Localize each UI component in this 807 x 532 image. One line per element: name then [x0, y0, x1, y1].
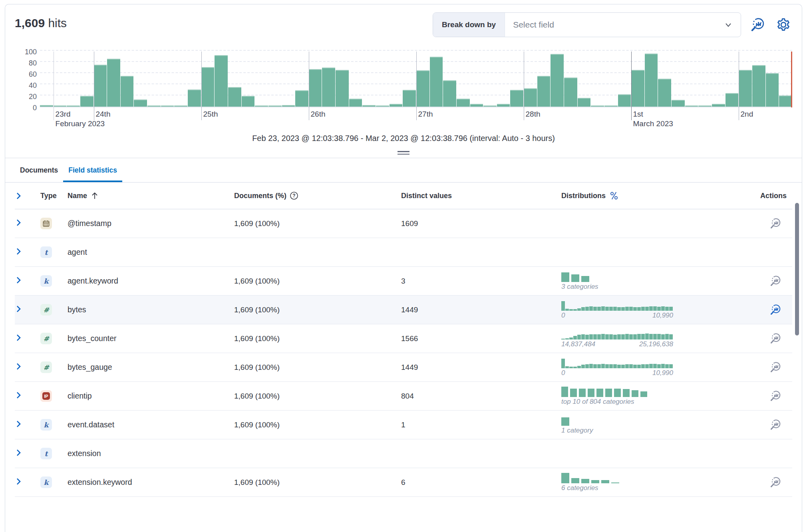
histogram-bar[interactable] [752, 65, 765, 107]
histogram-bar[interactable] [174, 105, 187, 107]
histogram-bar[interactable] [698, 105, 712, 107]
histogram-bar[interactable] [779, 95, 792, 107]
histogram-bar[interactable] [390, 104, 403, 107]
explore-in-lens-button[interactable] [769, 476, 782, 488]
histogram-bar[interactable] [631, 70, 644, 107]
histogram-bar[interactable] [483, 105, 497, 107]
histogram-bar[interactable] [739, 70, 752, 107]
histogram-bar[interactable] [672, 100, 685, 107]
histogram-bar[interactable] [712, 104, 725, 107]
distribution-label: top 10 of 804 categories [561, 398, 647, 406]
hits-histogram[interactable]: 020406080100 [15, 52, 792, 107]
expand-row-chevron-icon[interactable] [15, 391, 22, 399]
field-name: agent.keyword [68, 276, 234, 286]
histogram-bar[interactable] [309, 69, 322, 107]
histogram-bar[interactable] [54, 105, 67, 107]
field-name: clientip [68, 391, 234, 401]
histogram-bar[interactable] [255, 105, 268, 107]
histogram-bar[interactable] [201, 67, 215, 107]
explore-in-lens-button[interactable] [769, 332, 782, 345]
explore-in-lens-button[interactable] [769, 217, 782, 230]
histogram-bar[interactable] [416, 70, 429, 107]
histogram-bar[interactable] [242, 96, 255, 107]
distribution-min: 0 [561, 312, 565, 320]
histogram-bar[interactable] [578, 98, 591, 107]
histogram-bar[interactable] [591, 105, 604, 107]
histogram-bar[interactable] [322, 67, 335, 107]
histogram-bar[interactable] [726, 93, 739, 107]
distinct-values: 1 [401, 421, 561, 429]
histogram-bar[interactable] [510, 90, 523, 107]
histogram-bar[interactable] [551, 54, 564, 107]
expand-row-chevron-icon[interactable] [15, 478, 22, 485]
histogram-bar[interactable] [524, 88, 537, 107]
scrollbar-thumb[interactable] [795, 203, 799, 335]
table-row-agent-keyword: k agent.keyword 1,609 (100%) 3 3 categor… [15, 267, 792, 296]
table-row-bytes-counter: # bytes_counter 1,609 (100%) 1566 14,837… [15, 324, 792, 353]
histogram-bar[interactable] [685, 105, 698, 107]
help-icon[interactable]: ? [290, 191, 298, 200]
expand-all-chevron-icon[interactable] [15, 192, 22, 200]
explore-in-lens-button[interactable] [769, 275, 782, 287]
histogram-bar[interactable] [362, 105, 376, 107]
expand-row-chevron-icon[interactable] [15, 248, 22, 255]
column-header-name[interactable]: Name [68, 192, 87, 200]
distribution-max: 10,990 [652, 369, 673, 377]
field-name: event.dataset [68, 420, 234, 429]
field-type-badge-keyword: k [40, 419, 52, 431]
expand-row-chevron-icon[interactable] [15, 219, 22, 226]
chart-options-gear-button[interactable] [775, 16, 792, 34]
histogram-bar[interactable] [349, 99, 362, 107]
expand-row-chevron-icon[interactable] [15, 276, 22, 284]
expand-row-chevron-icon[interactable] [15, 305, 22, 313]
field-type-badge-date [40, 218, 52, 229]
histogram-bar[interactable] [430, 57, 443, 107]
tab-documents[interactable]: Documents [15, 158, 63, 182]
histogram-bar[interactable] [618, 94, 631, 107]
histogram-bar[interactable] [295, 90, 308, 107]
histogram-bar[interactable] [121, 76, 134, 107]
histogram-bar[interactable] [470, 104, 483, 107]
breakdown-select[interactable]: Select field [505, 13, 741, 37]
histogram-bar[interactable] [497, 104, 510, 107]
histogram-bar[interactable] [268, 105, 282, 107]
histogram-bar[interactable] [228, 87, 241, 107]
histogram-bar[interactable] [134, 99, 147, 107]
histogram-bar[interactable] [336, 70, 349, 107]
histogram-bar[interactable] [94, 65, 107, 107]
histogram-bar[interactable] [188, 89, 201, 107]
explore-in-lens-button[interactable] [769, 419, 782, 431]
explore-in-lens-button[interactable] [769, 304, 782, 316]
distribution-sparkline: 010,990 [561, 357, 673, 377]
documents-percent: 1,609 (100%) [234, 392, 401, 401]
histogram-bar[interactable] [282, 105, 295, 107]
histogram-bar[interactable] [161, 105, 174, 107]
expand-row-chevron-icon[interactable] [15, 449, 22, 457]
histogram-bar[interactable] [537, 76, 551, 107]
explore-in-lens-button[interactable] [769, 390, 782, 402]
percent-toggle-icon[interactable] [609, 191, 619, 201]
expand-row-chevron-icon[interactable] [15, 363, 22, 370]
breakdown-label: Break down by [433, 13, 505, 37]
explore-in-lens-button[interactable] [769, 361, 782, 373]
histogram-bar[interactable] [67, 105, 80, 107]
histogram-bar[interactable] [107, 59, 120, 107]
expand-row-chevron-icon[interactable] [15, 334, 22, 341]
histogram-bar[interactable] [376, 105, 389, 107]
panel-resize-handle[interactable] [398, 151, 409, 155]
histogram-bar[interactable] [645, 54, 658, 107]
histogram-bar[interactable] [443, 80, 456, 107]
histogram-bar[interactable] [604, 105, 618, 107]
expand-row-chevron-icon[interactable] [15, 420, 22, 428]
edit-visualization-button[interactable] [749, 16, 767, 34]
histogram-bar[interactable] [564, 77, 577, 107]
histogram-bar[interactable] [40, 105, 53, 107]
histogram-bar[interactable] [215, 55, 228, 107]
histogram-bar[interactable] [147, 105, 161, 107]
histogram-bar[interactable] [457, 99, 470, 107]
histogram-bar[interactable] [658, 79, 671, 107]
tab-field-statistics[interactable]: Field statistics [63, 158, 122, 182]
histogram-bar[interactable] [403, 90, 416, 107]
histogram-bar[interactable] [766, 73, 779, 107]
histogram-bar[interactable] [80, 96, 93, 107]
